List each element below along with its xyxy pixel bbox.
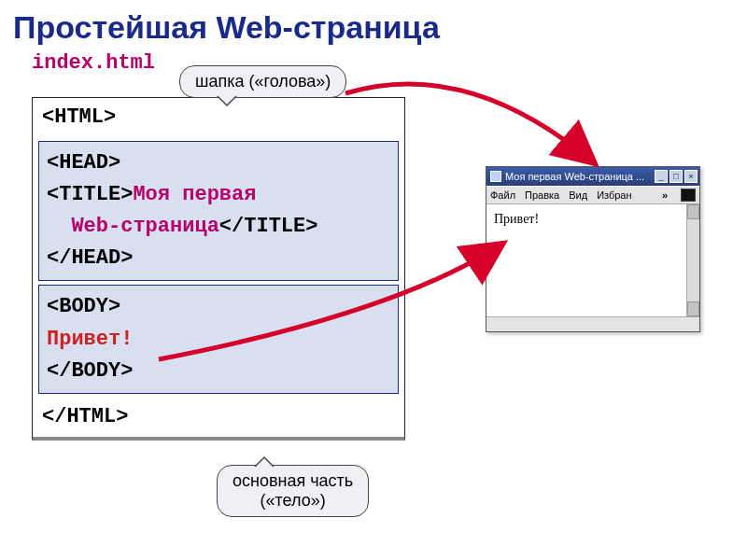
menu-favorites[interactable]: Избран <box>597 189 631 201</box>
menu-more-icon[interactable]: » <box>662 189 668 201</box>
minimize-button[interactable]: _ <box>655 170 668 183</box>
code-body-close: </BODY> <box>47 359 133 383</box>
code-title-text1: Моя первая <box>133 183 256 206</box>
code-head-open: <HEAD> <box>47 151 120 175</box>
browser-window: Моя первая Web-страница ... _ □ × Файл П… <box>486 166 700 332</box>
code-title-close: </TITLE> <box>219 215 318 238</box>
callout-body: основная часть («тело») <box>217 465 369 517</box>
browser-menubar: Файл Правка Вид Избран » <box>486 186 699 204</box>
filename-label: index.html <box>0 51 747 75</box>
callout-body-line1: основная часть <box>233 471 353 490</box>
code-html-close: </HTML> <box>42 405 128 428</box>
code-head-close: </HEAD> <box>47 246 133 270</box>
close-button[interactable]: × <box>684 170 698 183</box>
code-body-open: <BODY> <box>47 295 120 318</box>
code-title-text2: Web-страница <box>71 215 218 238</box>
menu-file[interactable]: Файл <box>490 189 515 201</box>
head-box: <HEAD> <TITLE>Моя первая Web-страница</T… <box>38 141 399 281</box>
browser-title: Моя первая Web-страница ... <box>505 171 653 182</box>
body-box: <BODY> Привет! </BODY> <box>38 285 399 393</box>
code-body-text: Привет! <box>47 328 133 351</box>
callout-head: шапка («голова») <box>179 65 346 98</box>
page-title: Простейшая Web-страница <box>0 0 747 51</box>
browser-titlebar: Моя первая Web-страница ... _ □ × <box>486 167 699 186</box>
callout-body-line2: («тело») <box>233 491 353 511</box>
browser-content: Привет! <box>486 204 699 316</box>
menu-edit[interactable]: Правка <box>525 189 559 201</box>
scrollbar[interactable] <box>686 204 699 316</box>
maximize-button[interactable]: □ <box>669 170 683 183</box>
code-title-open: <TITLE> <box>47 183 133 206</box>
code-html-open: <HTML> <box>42 105 116 129</box>
menu-view[interactable]: Вид <box>569 189 587 201</box>
browser-content-text: Привет! <box>494 212 539 226</box>
browser-app-icon <box>490 171 501 182</box>
throbber-icon <box>681 189 696 202</box>
code-block: <HTML> <HEAD> <TITLE>Моя первая Web-стра… <box>32 97 405 441</box>
browser-statusbar <box>486 316 699 331</box>
